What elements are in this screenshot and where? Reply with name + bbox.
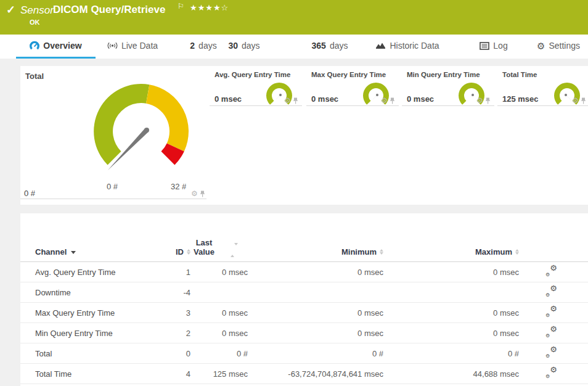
- area-chart-icon: [375, 41, 386, 50]
- tab-historic-data[interactable]: Historic Data: [375, 35, 440, 57]
- channel-settings-icon[interactable]: ⚙⚙: [545, 307, 557, 317]
- total-gauge-title: Total: [25, 72, 44, 81]
- channel-last-value: 0 msec: [190, 268, 248, 277]
- tab-bar: Overview Live Data 2 days 30 days 365 da…: [0, 35, 588, 59]
- gauge-title: Total Time: [502, 71, 537, 78]
- column-header-id[interactable]: ID: [152, 247, 190, 261]
- column-label: Minimum: [341, 247, 377, 257]
- channel-settings-icon[interactable]: ⚙⚙: [545, 287, 557, 297]
- total-card-divider: [20, 199, 206, 199]
- gauge-value: 0 msec: [407, 94, 434, 104]
- pin-icon[interactable]: [485, 97, 491, 104]
- sort-descending-icon: [71, 251, 76, 254]
- mini-gauge: [264, 79, 295, 112]
- channel-minimum: 0 msec: [248, 329, 383, 338]
- column-header-minimum[interactable]: Minimum: [248, 247, 383, 261]
- gauge-actions: ⚙: [476, 97, 491, 104]
- gauge-card-max-query-entry-time[interactable]: Max Query Entry Time 0 msec ⚙: [306, 66, 399, 106]
- tab-label: days: [198, 41, 217, 51]
- gear-icon[interactable]: ⚙: [284, 97, 291, 104]
- table-row: Max Query Entry Time 3 0 msec 0 msec 0 m…: [20, 303, 588, 323]
- channel-maximum: 0 msec: [383, 308, 519, 318]
- total-gauge: [73, 66, 209, 177]
- tab-label: days: [242, 41, 260, 51]
- mini-gauge: [361, 79, 391, 112]
- gear-icon[interactable]: ⚙: [572, 97, 579, 104]
- channel-name: Downtime: [35, 288, 152, 297]
- channel-name: Avg. Query Entry Time: [35, 268, 152, 277]
- channel-settings-icon[interactable]: ⚙⚙: [545, 327, 557, 337]
- channel-minimum: 0 msec: [248, 308, 383, 318]
- channel-maximum: 0 msec: [383, 329, 519, 338]
- tab-label: Settings: [549, 41, 580, 51]
- column-header-maximum[interactable]: Maximum: [383, 247, 519, 261]
- pin-icon[interactable]: [581, 97, 586, 104]
- channel-id: 3: [152, 308, 190, 318]
- channel-settings-icon[interactable]: ⚙⚙: [545, 266, 557, 276]
- sensor-header: ✓ Sensor DICOM Query/Retrieve ⚐ ★★★★☆ OK: [0, 0, 588, 35]
- pin-icon[interactable]: [200, 191, 205, 197]
- tab-label: Log: [493, 41, 507, 51]
- channel-maximum: 44,688 msec: [383, 369, 519, 379]
- table-row: Avg. Query Entry Time 1 0 msec 0 msec 0 …: [20, 262, 588, 282]
- gauge-value: 0 msec: [311, 94, 338, 104]
- column-label: Channel: [35, 247, 67, 257]
- flag-icon[interactable]: ⚐: [178, 2, 184, 10]
- channel-table: Channel ID Last Value Minimum Maximum: [20, 213, 588, 386]
- table-row: Total 0 0 # 0 # 0 # ⚙⚙: [20, 343, 588, 364]
- gauge-card-avg-query-entry-time[interactable]: Avg. Query Entry Time 0 msec ⚙: [210, 66, 302, 106]
- sort-icon: [515, 249, 519, 255]
- tab-label: Overview: [43, 41, 81, 51]
- tab-30-days[interactable]: 30 days: [225, 35, 263, 57]
- mini-gauge: [456, 79, 487, 112]
- column-header-last-value[interactable]: Last Value: [190, 238, 248, 261]
- gauge-actions: ⚙: [381, 97, 395, 104]
- gear-icon[interactable]: ⚙: [381, 97, 388, 104]
- sensor-status-badge: OK: [30, 18, 40, 26]
- table-row: Min Query Entry Time 2 0 msec 0 msec 0 m…: [20, 323, 588, 343]
- channel-last-value: 125 msec: [190, 369, 248, 379]
- priority-stars[interactable]: ★★★★☆: [190, 3, 229, 12]
- channel-name: Min Query Entry Time: [35, 329, 152, 338]
- channel-name: Total Time: [35, 369, 152, 379]
- gauge-card-min-query-entry-time[interactable]: Min Query Entry Time 0 msec ⚙: [402, 66, 494, 106]
- pin-icon[interactable]: [293, 97, 298, 104]
- tab-2-days[interactable]: 2 days: [185, 35, 222, 57]
- tab-365-days[interactable]: 365 days: [308, 35, 351, 57]
- pin-icon[interactable]: [390, 97, 395, 104]
- column-header-actions: [519, 257, 588, 261]
- column-label: ID: [176, 247, 184, 257]
- tab-settings[interactable]: ⚙ Settings: [533, 35, 584, 57]
- table-row: Downtime -4 ⚙⚙: [20, 282, 588, 303]
- gauge-actions: ⚙: [284, 97, 298, 104]
- tab-log[interactable]: Log: [475, 35, 513, 57]
- total-gauge-scale-min: 0 #: [107, 182, 118, 191]
- gauge-title: Max Query Entry Time: [311, 71, 386, 78]
- channel-settings-icon[interactable]: ⚙⚙: [545, 348, 557, 358]
- gear-icon[interactable]: ⚙: [191, 190, 198, 197]
- gauge-value: 125 msec: [502, 94, 539, 104]
- ok-check-icon: ✓: [6, 3, 15, 17]
- channel-last-value: 0 #: [190, 349, 248, 358]
- tab-number: 30: [228, 41, 238, 51]
- column-label: Last Value: [190, 238, 218, 257]
- tab-overview[interactable]: Overview: [16, 35, 96, 59]
- gauge-card-total-time[interactable]: Total Time 125 msec ⚙: [497, 66, 588, 106]
- channel-last-value: 0 msec: [190, 329, 248, 338]
- tab-label: Historic Data: [390, 41, 439, 51]
- prtg-sensor-page: ✓ Sensor DICOM Query/Retrieve ⚐ ★★★★☆ OK…: [0, 0, 588, 386]
- channel-minimum: 0 msec: [248, 268, 383, 277]
- log-icon: [480, 42, 489, 50]
- tab-live-data[interactable]: Live Data: [102, 35, 163, 57]
- channel-maximum: 0 #: [383, 349, 519, 358]
- gauge-icon: [30, 41, 39, 51]
- tab-label: days: [330, 41, 348, 51]
- tab-label: Live Data: [121, 41, 158, 51]
- channel-settings-icon[interactable]: ⚙⚙: [545, 368, 557, 378]
- mini-gauge: [552, 79, 582, 112]
- gear-icon[interactable]: ⚙: [476, 97, 483, 104]
- channel-id: 2: [152, 329, 190, 338]
- table-row: Total Time 4 125 msec -63,724,704,874,64…: [20, 364, 588, 384]
- column-header-channel[interactable]: Channel: [35, 247, 152, 261]
- sensor-type-label: Sensor: [20, 4, 54, 17]
